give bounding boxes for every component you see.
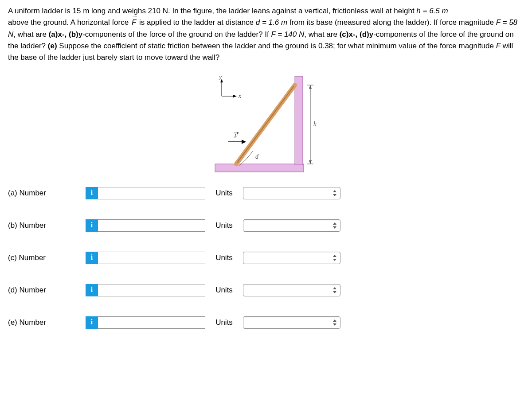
number-input-wrap: i <box>86 316 205 329</box>
answer-row-b: (b) Number i Units <box>8 219 372 232</box>
svg-rect-1 <box>295 76 303 165</box>
number-input-e[interactable] <box>98 316 205 329</box>
units-label: Units <box>205 317 243 328</box>
number-input-wrap: i <box>86 219 205 232</box>
part-e: (e) <box>48 42 57 50</box>
units-select-c[interactable] <box>243 252 340 264</box>
row-label: (e) Number <box>8 317 86 328</box>
info-icon[interactable]: i <box>86 284 98 296</box>
number-input-wrap: i <box>86 252 205 264</box>
text: from its base (measured along the ladder… <box>287 18 496 27</box>
text: A uniform ladder is 15 m long and weighs… <box>8 7 416 15</box>
fig-label-y: y <box>218 74 222 80</box>
number-input-c[interactable] <box>98 252 205 264</box>
number-input-wrap: i <box>86 187 205 199</box>
info-icon[interactable]: i <box>86 316 98 329</box>
svg-marker-15 <box>309 85 312 89</box>
row-label: (b) Number <box>8 220 86 231</box>
parts-ab: (a)x-, (b)y <box>49 30 83 39</box>
var-F: F <box>496 42 501 50</box>
problem-statement: A uniform ladder is 15 m long and weighs… <box>8 5 522 64</box>
fig-label-x: x <box>238 93 242 99</box>
svg-marker-7 <box>233 95 237 97</box>
number-input-wrap: i <box>86 284 205 296</box>
answer-row-a: (a) Number i Units <box>8 187 372 199</box>
figure: d y x F h <box>8 72 524 174</box>
fig-label-h: h <box>313 121 317 127</box>
units-label: Units <box>205 284 243 296</box>
fig-label-d: d <box>255 153 259 160</box>
text: Suppose the coefficient of static fricti… <box>57 42 496 50</box>
units-select-b[interactable] <box>243 219 340 232</box>
text: , what are <box>304 30 339 39</box>
text: -components of the force of the ground o… <box>82 30 271 39</box>
var-F2: F = 140 N <box>271 30 304 39</box>
units-select-a[interactable] <box>243 187 340 199</box>
svg-marker-9 <box>242 140 246 144</box>
units-select-e[interactable] <box>243 316 340 329</box>
vector-F: F <box>131 17 137 28</box>
row-label: (d) Number <box>8 284 86 296</box>
text: above the ground. A horizontal force <box>8 18 131 27</box>
info-icon[interactable]: i <box>86 219 98 232</box>
svg-line-3 <box>237 86 294 163</box>
svg-rect-0 <box>215 164 304 172</box>
answer-grid: (a) Number i Units (b) Number i Units (c… <box>8 187 372 329</box>
text: , what are <box>13 30 48 39</box>
text: is applied to the ladder at distance <box>139 18 256 27</box>
units-select-d[interactable] <box>243 284 340 296</box>
answer-row-e: (e) Number i Units <box>8 316 372 329</box>
answer-row-d: (d) Number i Units <box>8 284 372 296</box>
answer-row-c: (c) Number i Units <box>8 252 372 264</box>
number-input-a[interactable] <box>98 187 205 199</box>
var-h: h = 6.5 m <box>416 7 448 15</box>
row-label: (a) Number <box>8 187 86 199</box>
var-d: d = 1.6 m <box>256 18 287 27</box>
parts-cd: (c)x-, (d)y <box>340 30 374 39</box>
units-label: Units <box>205 187 243 199</box>
number-input-b[interactable] <box>98 219 205 232</box>
svg-marker-16 <box>309 160 312 164</box>
info-icon[interactable]: i <box>86 187 98 199</box>
units-label: Units <box>205 252 243 264</box>
row-label: (c) Number <box>8 252 86 264</box>
info-icon[interactable]: i <box>86 252 98 264</box>
units-label: Units <box>205 220 243 231</box>
fig-label-F: F <box>234 133 238 140</box>
number-input-d[interactable] <box>98 284 205 296</box>
